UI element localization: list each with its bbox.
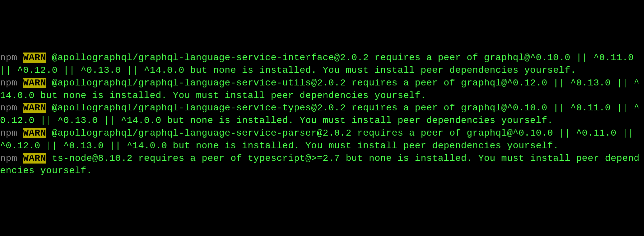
warn-badge: WARN [23, 153, 46, 164]
warn-message: @apollographql/graphql-language-service-… [0, 53, 640, 75]
terminal-line: npm WARN @apollographql/graphql-language… [0, 102, 644, 127]
npm-prefix: npm [0, 103, 17, 113]
npm-prefix: npm [0, 78, 17, 88]
npm-prefix: npm [0, 153, 17, 164]
terminal-output: npm WARN @apollographql/graphql-language… [0, 52, 644, 177]
warn-badge: WARN [23, 53, 46, 63]
warn-badge: WARN [23, 78, 46, 88]
warn-badge: WARN [23, 103, 46, 113]
npm-prefix: npm [0, 53, 17, 63]
warn-message: @apollographql/graphql-language-service-… [0, 128, 640, 151]
warn-badge: WARN [23, 128, 46, 138]
terminal-line: npm WARN ts-node@8.10.2 requires a peer … [0, 152, 644, 177]
warn-message: @apollographql/graphql-language-service-… [0, 103, 640, 126]
terminal-line: npm WARN @apollographql/graphql-language… [0, 127, 644, 152]
warn-message: ts-node@8.10.2 requires a peer of typesc… [0, 153, 640, 176]
terminal-line: npm WARN @apollographql/graphql-language… [0, 52, 644, 77]
terminal-line: npm WARN @apollographql/graphql-language… [0, 77, 644, 102]
warn-message: @apollographql/graphql-language-service-… [0, 78, 640, 101]
npm-prefix: npm [0, 128, 17, 138]
